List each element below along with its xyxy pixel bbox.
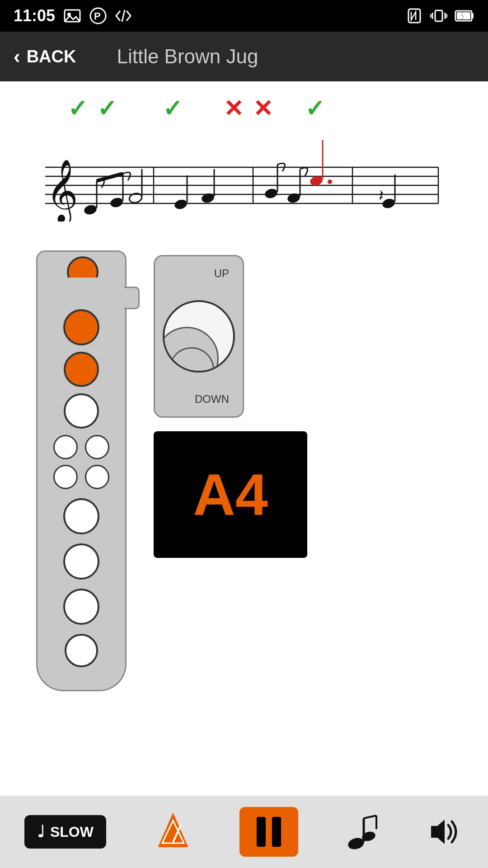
svg-rect-12	[472, 13, 474, 19]
image-icon	[63, 7, 81, 25]
volume-button[interactable]	[427, 816, 464, 848]
parking-icon: P	[89, 7, 107, 24]
bottom-toolbar: ♩ SLOW	[0, 796, 488, 868]
hole-6	[63, 589, 99, 625]
svg-rect-6	[435, 10, 442, 21]
hole-5	[63, 543, 99, 580]
svg-point-29	[128, 192, 143, 204]
svg-point-41	[328, 179, 332, 184]
svg-marker-54	[431, 820, 445, 844]
back-button[interactable]: ‹ BACK	[14, 45, 76, 68]
pause-button[interactable]	[239, 807, 298, 857]
mark-check-1: ✓	[68, 95, 88, 122]
recorder-area: UP DOWN A4	[0, 237, 488, 700]
music-note-icon	[347, 814, 379, 850]
code-icon	[115, 7, 132, 24]
right-panel: UP DOWN A4	[154, 255, 307, 558]
svg-text:P: P	[94, 10, 101, 22]
svg-rect-5	[408, 9, 420, 23]
svg-text:𝄞: 𝄞	[46, 160, 78, 222]
thumbwheel-up-label: UP	[214, 267, 229, 280]
slow-button[interactable]: ♩ SLOW	[24, 815, 106, 849]
status-time: 11:05	[14, 6, 55, 25]
sheet-music-area: ✓ ✓ ✓ ✕ ✕ ✓ 𝄞	[0, 81, 488, 223]
pause-icon	[257, 817, 281, 847]
thumbwheel[interactable]: UP DOWN	[154, 255, 244, 418]
volume-icon	[427, 816, 464, 848]
hole-7	[65, 634, 98, 667]
mark-x-1: ✕	[224, 95, 244, 122]
hole-3	[64, 393, 99, 429]
mark-check-2: ✓	[97, 95, 117, 122]
metronome-button[interactable]	[155, 811, 191, 852]
svg-point-33	[201, 192, 215, 204]
slow-label: SLOW	[50, 824, 94, 840]
nav-bar: ‹ BACK Little Brown Jug	[0, 32, 488, 81]
note-display: A4	[154, 431, 307, 558]
mark-check-3: ✓	[163, 95, 183, 122]
svg-point-31	[174, 198, 188, 211]
hole-4	[63, 498, 99, 534]
music-button[interactable]	[347, 814, 379, 850]
thumbwheel-down-label: DOWN	[195, 393, 229, 406]
svg-point-27	[109, 197, 124, 209]
svg-point-35	[264, 188, 278, 200]
mark-check-4: ✓	[305, 95, 325, 122]
status-bar: 11:05 P	[0, 0, 488, 32]
svg-line-45	[97, 174, 123, 181]
song-title: Little Brown Jug	[117, 45, 258, 68]
metronome-icon	[155, 811, 191, 852]
svg-text:𝄽: 𝄽	[379, 190, 383, 200]
svg-line-51	[364, 816, 376, 818]
recorder-instrument	[36, 250, 127, 691]
slow-note-icon: ♩	[37, 822, 45, 841]
mark-x-2: ✕	[253, 95, 273, 122]
double-holes-2	[53, 465, 109, 489]
svg-line-4	[122, 10, 125, 22]
battery-icon	[455, 7, 474, 24]
back-arrow-icon: ‹	[14, 45, 20, 68]
double-holes-1	[53, 435, 109, 459]
marks-row: ✓ ✓ ✓ ✕ ✕ ✓	[18, 95, 470, 131]
vibrate-icon	[430, 7, 447, 24]
note-display-text: A4	[193, 461, 268, 528]
svg-point-42	[381, 198, 396, 210]
staff-svg: 𝄞	[18, 131, 452, 222]
main-content: ✓ ✓ ✓ ✕ ✕ ✓ 𝄞	[0, 81, 488, 796]
svg-point-37	[286, 192, 301, 204]
hole-1	[63, 309, 99, 345]
back-label[interactable]: BACK	[27, 47, 76, 66]
nfc-icon	[406, 7, 423, 24]
hole-2	[64, 352, 99, 387]
staff-container: 𝄞	[18, 131, 470, 223]
